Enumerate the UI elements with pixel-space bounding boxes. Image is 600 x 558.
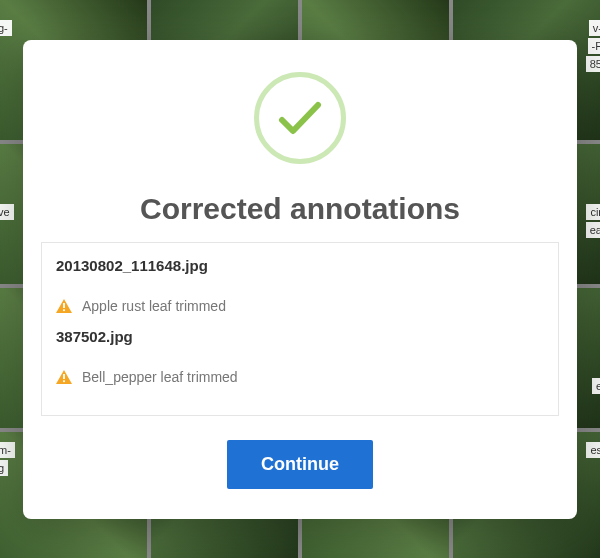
continue-button[interactable]: Continue	[227, 440, 373, 489]
annotations-list: 20130802_111648.jpg Apple rust leaf trim…	[41, 242, 559, 416]
annotation-file-name: 387502.jpg	[56, 324, 544, 369]
corrected-annotations-modal: Corrected annotations 20130802_111648.jp…	[23, 40, 577, 519]
svg-rect-3	[63, 380, 65, 382]
success-check-icon	[254, 72, 346, 164]
annotation-message: Apple rust leaf trimmed	[82, 298, 226, 314]
annotation-file-name: 20130802_111648.jpg	[56, 253, 544, 298]
annotation-message: Bell_pepper leaf trimmed	[82, 369, 238, 385]
svg-rect-0	[63, 303, 65, 308]
svg-rect-1	[63, 309, 65, 311]
modal-title: Corrected annotations	[140, 192, 460, 226]
warning-icon	[56, 299, 72, 313]
warning-icon	[56, 370, 72, 384]
annotation-message-row: Bell_pepper leaf trimmed	[56, 369, 544, 395]
annotation-message-row: Apple rust leaf trimmed	[56, 298, 544, 324]
svg-rect-2	[63, 374, 65, 379]
annotation-item: 20130802_111648.jpg Apple rust leaf trim…	[56, 253, 544, 324]
annotation-item: 387502.jpg Bell_pepper leaf trimmed	[56, 324, 544, 395]
